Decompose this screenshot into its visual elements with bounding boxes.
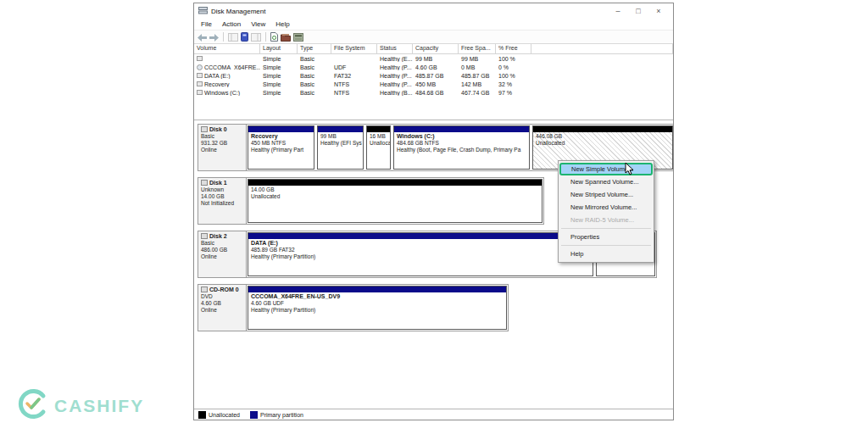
partitions: CCCOMA_X64FRE_EN-US_DV94.60 GB UDFHealth… xyxy=(247,285,508,331)
table-row[interactable]: DATA (E:)SimpleBasicFAT32Healthy (P...48… xyxy=(194,71,673,80)
disk-folder-icon[interactable] xyxy=(281,30,291,45)
maximize-button[interactable]: □ xyxy=(628,3,648,19)
toolbar-separator xyxy=(265,32,266,42)
cell-pct: 0 % xyxy=(496,64,531,70)
cell-free: 142 MB xyxy=(459,81,496,87)
partition-unallocated[interactable]: 14.00 GBUnallocated xyxy=(248,179,542,223)
disk-info-line: 14.00 GB xyxy=(201,193,244,199)
partition-body: Windows (C:)484.68 GB NTFSHealthy (Boot,… xyxy=(394,132,529,169)
menu-view[interactable]: View xyxy=(246,20,270,28)
legend-label: Primary partition xyxy=(260,412,303,418)
cell-status: Healthy (E... xyxy=(377,56,413,62)
minimize-button[interactable]: – xyxy=(608,3,628,19)
column-header-capacity[interactable]: Capacity xyxy=(413,44,459,53)
forward-icon[interactable] xyxy=(209,30,219,45)
table-row[interactable]: SimpleBasicHealthy (E...99 MB99 MB100 % xyxy=(194,54,673,63)
menu-bar: FileActionViewHelp xyxy=(194,19,673,30)
menu-item-properties[interactable]: Properties xyxy=(559,231,654,243)
cell-type: Basic xyxy=(298,81,331,87)
cell-layout: Simple xyxy=(260,81,298,87)
disk-name: CD-ROM 0 xyxy=(201,287,244,292)
back-icon[interactable] xyxy=(198,30,207,45)
menu-separator xyxy=(561,228,651,229)
menu-item-new-mirrored-volume[interactable]: New Mirrored Volume... xyxy=(559,201,654,214)
partition-status: Unalloca xyxy=(370,140,387,147)
table-row[interactable]: Windows (C:)SimpleBasicNTFSHealthy (B...… xyxy=(194,88,673,97)
partition-title: DATA (E:) xyxy=(251,240,590,247)
partition-color-band xyxy=(248,287,506,292)
cell-pct: 100 % xyxy=(496,73,531,79)
cell-volume: Windows (C:) xyxy=(194,90,260,96)
partition-status: Healthy (EFI Sys xyxy=(320,140,360,147)
partition-unallocated[interactable]: 16 MBUnalloca xyxy=(366,125,391,170)
column-header-status[interactable]: Status xyxy=(377,44,413,53)
close-button[interactable]: × xyxy=(648,3,669,19)
table-row[interactable]: RecoverySimpleBasicNTFSHealthy (P...450 … xyxy=(194,80,673,88)
column-header-layout[interactable]: Layout xyxy=(260,44,298,53)
action-pane-icon[interactable] xyxy=(251,30,261,45)
app-icon xyxy=(198,3,208,19)
column-header-volume[interactable]: Volume xyxy=(194,44,260,53)
console-tree-icon[interactable] xyxy=(228,30,238,45)
menu-item-new-striped-volume[interactable]: New Striped Volume... xyxy=(559,188,654,201)
partition-status: Healthy (Primary Partition) xyxy=(251,253,590,260)
disk-name-text: Disk 2 xyxy=(209,233,227,239)
cell-status: Healthy (B... xyxy=(377,90,413,96)
partition-status: Unallocated xyxy=(536,140,670,147)
disk-info-line: Basic xyxy=(201,240,244,246)
disk-icon xyxy=(201,126,208,132)
disk-row-cd-rom-0: CD-ROM 0DVD4.60 GBOnlineCCCOMA_X64FRE_EN… xyxy=(198,284,509,331)
partition-size: 14.00 GB xyxy=(251,186,539,193)
cell-volume xyxy=(194,56,260,61)
column-header-free[interactable]: Free Spa... xyxy=(459,44,496,53)
legend-bar: UnallocatedPrimary partition xyxy=(194,409,673,420)
cell-type: Basic xyxy=(298,90,331,96)
partition-title: Windows (C:) xyxy=(397,133,526,140)
cell-type: Basic xyxy=(298,73,331,79)
disk-icon xyxy=(201,180,208,186)
partition-body: Recovery450 MB NTFSHealthy (Primary Part xyxy=(248,132,314,169)
partition-primary[interactable]: DATA (E:)485.89 GB FAT32Healthy (Primary… xyxy=(248,232,593,276)
volume-name: Recovery xyxy=(204,81,230,87)
column-header-fs[interactable]: File System xyxy=(331,44,377,53)
menu-item-help[interactable]: Help xyxy=(559,248,654,260)
menu-item-new-simple-volume[interactable]: New Simple Volume... xyxy=(559,163,653,175)
column-header-pct[interactable]: % Free xyxy=(496,44,531,53)
column-header-type[interactable]: Type xyxy=(298,44,331,53)
partition-primary[interactable]: 99 MBHealthy (EFI Sys xyxy=(317,125,364,170)
refresh-disk-icon[interactable] xyxy=(270,30,278,45)
column-header-filler xyxy=(531,44,673,53)
partition-status: Unallocated xyxy=(251,193,539,200)
disk-row-disk-1: Disk 1Unknown14.00 GBNot Initialized14.0… xyxy=(198,177,544,225)
partition-color-band xyxy=(394,126,529,132)
disk-header[interactable]: Disk 1Unknown14.00 GBNot Initialized xyxy=(198,178,247,224)
manage-disk-icon[interactable] xyxy=(293,30,303,45)
disk-name: Disk 0 xyxy=(201,126,244,132)
partition-primary[interactable]: Windows (C:)484.68 GB NTFSHealthy (Boot,… xyxy=(393,125,530,170)
cell-free: 99 MB xyxy=(459,56,496,62)
cell-volume: DATA (E:) xyxy=(194,73,260,79)
cell-pct: 97 % xyxy=(496,90,531,96)
partition-title: Recovery xyxy=(251,133,311,140)
menu-item-new-spanned-volume[interactable]: New Spanned Volume... xyxy=(559,175,654,188)
menu-action[interactable]: Action xyxy=(217,20,246,28)
menu-help[interactable]: Help xyxy=(270,20,294,28)
partition-body: CCCOMA_X64FRE_EN-US_DV94.60 GB UDFHealth… xyxy=(248,292,506,329)
menu-separator xyxy=(561,245,651,246)
cell-fs: NTFS xyxy=(331,81,377,87)
menu-file[interactable]: File xyxy=(196,20,217,28)
table-row[interactable]: CCCOMA_X64FRE...SimpleBasicUDFHealthy (P… xyxy=(194,63,673,71)
disk-header[interactable]: Disk 2Basic486.00 GBOnline xyxy=(198,231,247,277)
volume-table-body: SimpleBasicHealthy (E...99 MB99 MB100 %C… xyxy=(194,54,673,97)
disk-header[interactable]: CD-ROM 0DVD4.60 GBOnline xyxy=(198,285,247,331)
partition-primary[interactable]: Recovery450 MB NTFSHealthy (Primary Part xyxy=(248,125,314,170)
disk-info-line: DVD xyxy=(201,293,244,299)
volume-name: CCCOMA_X64FRE... xyxy=(204,64,260,70)
cd-icon xyxy=(197,64,203,70)
properties-icon[interactable] xyxy=(241,30,248,45)
disk-header[interactable]: Disk 0Basic931.32 GBOnline xyxy=(198,125,247,170)
disk-info-line: Not Initialized xyxy=(201,200,244,206)
volume-name: Windows (C:) xyxy=(204,90,240,96)
partition-primary[interactable]: CCCOMA_X64FRE_EN-US_DV94.60 GB UDFHealth… xyxy=(248,286,507,330)
partition-status: Healthy (Primary Part xyxy=(251,147,311,153)
